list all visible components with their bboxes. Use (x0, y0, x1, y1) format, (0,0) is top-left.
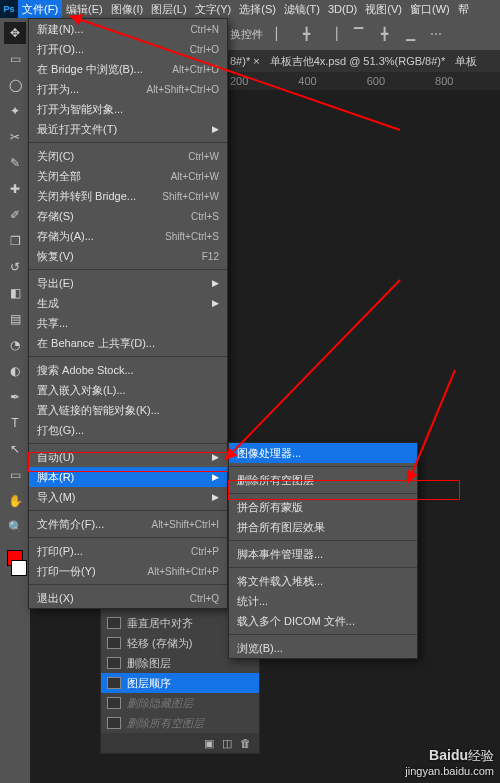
menu-filter[interactable]: 滤镜(T) (280, 0, 324, 18)
script-menu-item[interactable]: 图像处理器... (229, 443, 417, 463)
tab-active[interactable]: 单板吉他4x.psd @ 51.3%(RGB/8#)* (270, 54, 446, 69)
tool-type[interactable]: T (4, 412, 26, 434)
script-menu-item[interactable]: 将文件载入堆栈... (229, 571, 417, 591)
tool-marquee[interactable]: ▭ (4, 48, 26, 70)
menu-layer[interactable]: 图层(L) (147, 0, 190, 18)
camera-icon[interactable]: ▣ (204, 737, 214, 750)
align-bottom-icon[interactable]: ▁ (401, 25, 419, 43)
tool-gradient[interactable]: ▤ (4, 308, 26, 330)
file-menu-item[interactable]: 搜索 Adobe Stock... (29, 360, 227, 380)
tool-zoom[interactable]: 🔍 (4, 516, 26, 538)
menu-select[interactable]: 选择(S) (235, 0, 280, 18)
file-menu-item[interactable]: 新建(N)...Ctrl+N (29, 19, 227, 39)
menu-window[interactable]: 窗口(W) (406, 0, 454, 18)
file-dropdown: 新建(N)...Ctrl+N打开(O)...Ctrl+O在 Bridge 中浏览… (28, 18, 228, 609)
file-menu-item[interactable]: 恢复(V)F12 (29, 246, 227, 266)
file-menu-item[interactable]: 打印(P)...Ctrl+P (29, 541, 227, 561)
menu-item-label: 拼合所有图层效果 (237, 520, 409, 535)
file-menu-item[interactable]: 文件简介(F)...Alt+Shift+Ctrl+I (29, 514, 227, 534)
script-menu-item[interactable]: 拼合所有图层效果 (229, 517, 417, 537)
tool-lasso[interactable]: ◯ (4, 74, 26, 96)
distribute-icon[interactable]: ⋯ (427, 25, 445, 43)
menu-item-label: 导出(E) (37, 276, 212, 291)
file-menu-item[interactable]: 脚本(R)▶ (29, 467, 227, 487)
file-menu-item[interactable]: 存储为(A)...Shift+Ctrl+S (29, 226, 227, 246)
file-menu-item[interactable]: 置入嵌入对象(L)... (29, 380, 227, 400)
history-footer: ▣ ◫ 🗑 (101, 733, 259, 753)
menu-item-label: 打包(G)... (37, 423, 219, 438)
tool-history-brush[interactable]: ↺ (4, 256, 26, 278)
file-menu-item[interactable]: 导出(E)▶ (29, 273, 227, 293)
menu-type[interactable]: 文字(Y) (191, 0, 236, 18)
tool-eyedropper[interactable]: ✎ (4, 152, 26, 174)
tool-pen[interactable]: ✒ (4, 386, 26, 408)
align-center-v-icon[interactable]: ╋ (375, 25, 393, 43)
align-top-icon[interactable]: ▔ (349, 25, 367, 43)
tool-blur[interactable]: ◔ (4, 334, 26, 356)
menu-edit[interactable]: 编辑(E) (62, 0, 107, 18)
new-snapshot-icon[interactable]: ◫ (222, 737, 232, 750)
script-menu-item[interactable]: 删除所有空图层 (229, 470, 417, 490)
align-center-h-icon[interactable]: ╋ (297, 25, 315, 43)
history-label: 图层顺序 (127, 676, 171, 691)
menu-item-label: 退出(X) (37, 591, 180, 606)
file-menu-item[interactable]: 打开为...Alt+Shift+Ctrl+O (29, 79, 227, 99)
tool-heal[interactable]: ✚ (4, 178, 26, 200)
tool-shape[interactable]: ▭ (4, 464, 26, 486)
menu-view[interactable]: 视图(V) (361, 0, 406, 18)
script-menu-item[interactable]: 载入多个 DICOM 文件... (229, 611, 417, 631)
script-menu-item[interactable]: 脚本事件管理器... (229, 544, 417, 564)
file-menu-item[interactable]: 共享... (29, 313, 227, 333)
file-menu-item[interactable]: 最近打开文件(T)▶ (29, 119, 227, 139)
history-item[interactable]: 删除所有空图层 (101, 713, 259, 733)
file-menu-item[interactable]: 置入链接的智能对象(K)... (29, 400, 227, 420)
tool-wand[interactable]: ✦ (4, 100, 26, 122)
tool-hand[interactable]: ✋ (4, 490, 26, 512)
menu-image[interactable]: 图像(I) (107, 0, 147, 18)
menu-file[interactable]: 文件(F) (18, 0, 62, 18)
background-color[interactable] (11, 560, 27, 576)
ruler-mark: 200 (230, 75, 248, 87)
trash-icon[interactable]: 🗑 (240, 737, 251, 749)
file-menu-item[interactable]: 关闭全部Alt+Ctrl+W (29, 166, 227, 186)
file-menu-item[interactable]: 打包(G)... (29, 420, 227, 440)
file-menu-item[interactable]: 生成▶ (29, 293, 227, 313)
tool-path[interactable]: ↖ (4, 438, 26, 460)
file-menu-item[interactable]: 关闭并转到 Bridge...Shift+Ctrl+W (29, 186, 227, 206)
menu-item-label: 在 Behance 上共享(D)... (37, 336, 219, 351)
script-menu-item[interactable]: 拼合所有蒙版 (229, 497, 417, 517)
menu-item-label: 打开为智能对象... (37, 102, 219, 117)
file-menu-item[interactable]: 打开(O)...Ctrl+O (29, 39, 227, 59)
history-item[interactable]: 删除隐藏图层 (101, 693, 259, 713)
menu-shortcut: Alt+Shift+Ctrl+O (146, 84, 219, 95)
history-step-icon (107, 717, 121, 729)
tool-brush[interactable]: ✐ (4, 204, 26, 226)
tab-fragment[interactable]: 8#)* × (230, 55, 260, 67)
script-menu-item[interactable]: 统计... (229, 591, 417, 611)
file-menu-item[interactable]: 关闭(C)Ctrl+W (29, 146, 227, 166)
menu-help[interactable]: 帮 (454, 0, 473, 18)
history-label: 轻移 (存储为) (127, 636, 192, 651)
file-menu-item[interactable]: 在 Bridge 中浏览(B)...Alt+Ctrl+O (29, 59, 227, 79)
align-right-icon[interactable]: ▕ (323, 25, 341, 43)
tool-dodge[interactable]: ◐ (4, 360, 26, 382)
tool-eraser[interactable]: ◧ (4, 282, 26, 304)
file-menu-item[interactable]: 退出(X)Ctrl+Q (29, 588, 227, 608)
history-step-icon (107, 657, 121, 669)
file-menu-item[interactable]: 打开为智能对象... (29, 99, 227, 119)
tool-crop[interactable]: ✂ (4, 126, 26, 148)
tab-right[interactable]: 单板 (455, 54, 477, 69)
menu-shortcut: Alt+Shift+Ctrl+I (151, 519, 219, 530)
file-menu-item[interactable]: 导入(M)▶ (29, 487, 227, 507)
align-left-icon[interactable]: ▏ (271, 25, 289, 43)
file-menu-item[interactable]: 存储(S)Ctrl+S (29, 206, 227, 226)
file-menu-item[interactable]: 自动(U)▶ (29, 447, 227, 467)
ruler-mark: 800 (435, 75, 453, 87)
script-menu-item[interactable]: 浏览(B)... (229, 638, 417, 658)
menu-3d[interactable]: 3D(D) (324, 0, 361, 18)
tool-stamp[interactable]: ❐ (4, 230, 26, 252)
file-menu-item[interactable]: 在 Behance 上共享(D)... (29, 333, 227, 353)
history-item[interactable]: 图层顺序 (101, 673, 259, 693)
tool-move[interactable]: ✥ (4, 22, 26, 44)
file-menu-item[interactable]: 打印一份(Y)Alt+Shift+Ctrl+P (29, 561, 227, 581)
